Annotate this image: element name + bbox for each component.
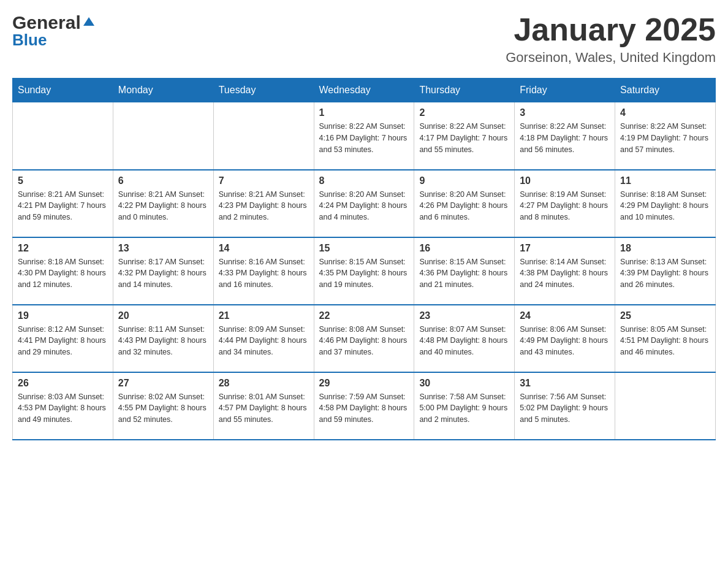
weekday-header-tuesday: Tuesday [213,79,314,102]
day-info: Sunrise: 8:18 AM Sunset: 4:29 PM Dayligh… [620,189,710,223]
calendar-week-row: 12Sunrise: 8:18 AM Sunset: 4:30 PM Dayli… [13,237,716,305]
day-info: Sunrise: 8:22 AM Sunset: 4:19 PM Dayligh… [620,121,710,155]
calendar-cell: 14Sunrise: 8:16 AM Sunset: 4:33 PM Dayli… [213,237,314,305]
weekday-header-sunday: Sunday [13,79,113,102]
month-title: January 2025 [506,12,716,47]
day-number: 15 [319,243,409,254]
weekday-header-row: SundayMondayTuesdayWednesdayThursdayFrid… [13,79,716,102]
day-info: Sunrise: 8:18 AM Sunset: 4:30 PM Dayligh… [18,256,108,291]
calendar-cell: 20Sunrise: 8:11 AM Sunset: 4:43 PM Dayli… [113,305,213,372]
day-number: 11 [620,175,710,186]
day-number: 3 [520,107,610,118]
day-number: 28 [219,378,309,389]
calendar-week-row: 19Sunrise: 8:12 AM Sunset: 4:41 PM Dayli… [13,305,716,372]
calendar-cell [113,102,213,170]
calendar-cell: 10Sunrise: 8:19 AM Sunset: 4:27 PM Dayli… [515,170,615,237]
day-info: Sunrise: 7:58 AM Sunset: 5:00 PM Dayligh… [419,391,509,426]
calendar-cell: 25Sunrise: 8:05 AM Sunset: 4:51 PM Dayli… [615,305,716,372]
calendar-cell: 26Sunrise: 8:03 AM Sunset: 4:53 PM Dayli… [13,372,113,440]
day-number: 19 [18,310,108,321]
calendar-week-row: 1Sunrise: 8:22 AM Sunset: 4:16 PM Daylig… [13,102,716,170]
calendar-cell: 23Sunrise: 8:07 AM Sunset: 4:48 PM Dayli… [414,305,515,372]
calendar-cell: 30Sunrise: 7:58 AM Sunset: 5:00 PM Dayli… [414,372,515,440]
day-info: Sunrise: 8:05 AM Sunset: 4:51 PM Dayligh… [620,324,710,358]
day-info: Sunrise: 8:17 AM Sunset: 4:32 PM Dayligh… [118,256,208,291]
day-info: Sunrise: 8:21 AM Sunset: 4:22 PM Dayligh… [118,189,208,223]
day-info: Sunrise: 8:02 AM Sunset: 4:55 PM Dayligh… [118,391,208,426]
calendar-cell [213,102,314,170]
day-info: Sunrise: 8:06 AM Sunset: 4:49 PM Dayligh… [520,324,610,358]
calendar-cell: 2Sunrise: 8:22 AM Sunset: 4:17 PM Daylig… [414,102,515,170]
calendar-cell: 29Sunrise: 7:59 AM Sunset: 4:58 PM Dayli… [314,372,414,440]
day-info: Sunrise: 8:22 AM Sunset: 4:17 PM Dayligh… [419,121,509,155]
day-info: Sunrise: 8:14 AM Sunset: 4:38 PM Dayligh… [520,256,610,291]
calendar-cell: 11Sunrise: 8:18 AM Sunset: 4:29 PM Dayli… [615,170,716,237]
day-number: 16 [419,243,509,254]
day-number: 23 [419,310,509,321]
day-info: Sunrise: 8:11 AM Sunset: 4:43 PM Dayligh… [118,324,208,358]
calendar-cell: 12Sunrise: 8:18 AM Sunset: 4:30 PM Dayli… [13,237,113,305]
calendar-week-row: 5Sunrise: 8:21 AM Sunset: 4:21 PM Daylig… [13,170,716,237]
day-number: 20 [118,310,208,321]
calendar-cell: 17Sunrise: 8:14 AM Sunset: 4:38 PM Dayli… [515,237,615,305]
calendar-cell: 16Sunrise: 8:15 AM Sunset: 4:36 PM Dayli… [414,237,515,305]
calendar-cell: 18Sunrise: 8:13 AM Sunset: 4:39 PM Dayli… [615,237,716,305]
day-number: 7 [219,175,309,186]
calendar-cell: 4Sunrise: 8:22 AM Sunset: 4:19 PM Daylig… [615,102,716,170]
day-info: Sunrise: 8:07 AM Sunset: 4:48 PM Dayligh… [419,324,509,358]
svg-marker-0 [83,17,94,26]
calendar-body: 1Sunrise: 8:22 AM Sunset: 4:16 PM Daylig… [13,102,716,440]
day-number: 2 [419,107,509,118]
day-info: Sunrise: 7:56 AM Sunset: 5:02 PM Dayligh… [520,391,610,426]
logo-blue-text: Blue [12,31,47,50]
day-number: 13 [118,243,208,254]
day-info: Sunrise: 8:22 AM Sunset: 4:16 PM Dayligh… [319,121,409,155]
calendar-cell: 28Sunrise: 8:01 AM Sunset: 4:57 PM Dayli… [213,372,314,440]
title-section: January 2025 Gorseinon, Wales, United Ki… [506,12,716,66]
day-info: Sunrise: 8:01 AM Sunset: 4:57 PM Dayligh… [219,391,309,426]
calendar-cell: 15Sunrise: 8:15 AM Sunset: 4:35 PM Dayli… [314,237,414,305]
weekday-header-monday: Monday [113,79,213,102]
day-info: Sunrise: 8:03 AM Sunset: 4:53 PM Dayligh… [18,391,108,426]
calendar-cell: 5Sunrise: 8:21 AM Sunset: 4:21 PM Daylig… [13,170,113,237]
day-number: 6 [118,175,208,186]
calendar-cell: 24Sunrise: 8:06 AM Sunset: 4:49 PM Dayli… [515,305,615,372]
day-info: Sunrise: 8:12 AM Sunset: 4:41 PM Dayligh… [18,324,108,358]
day-number: 1 [319,107,409,118]
weekday-header-wednesday: Wednesday [314,79,414,102]
day-number: 31 [520,378,610,389]
day-number: 25 [620,310,710,321]
day-number: 21 [219,310,309,321]
calendar-cell: 13Sunrise: 8:17 AM Sunset: 4:32 PM Dayli… [113,237,213,305]
day-info: Sunrise: 8:20 AM Sunset: 4:24 PM Dayligh… [319,189,409,223]
page-header: General Blue January 2025 Gorseinon, Wal… [12,12,716,66]
day-number: 12 [18,243,108,254]
calendar-week-row: 26Sunrise: 8:03 AM Sunset: 4:53 PM Dayli… [13,372,716,440]
day-number: 27 [118,378,208,389]
weekday-header-friday: Friday [515,79,615,102]
calendar-cell: 6Sunrise: 8:21 AM Sunset: 4:22 PM Daylig… [113,170,213,237]
day-number: 24 [520,310,610,321]
day-info: Sunrise: 8:15 AM Sunset: 4:36 PM Dayligh… [419,256,509,291]
day-info: Sunrise: 8:20 AM Sunset: 4:26 PM Dayligh… [419,189,509,223]
location-subtitle: Gorseinon, Wales, United Kingdom [506,50,716,66]
day-number: 5 [18,175,108,186]
day-info: Sunrise: 8:22 AM Sunset: 4:18 PM Dayligh… [520,121,610,155]
day-number: 26 [18,378,108,389]
day-info: Sunrise: 8:19 AM Sunset: 4:27 PM Dayligh… [520,189,610,223]
day-info: Sunrise: 8:13 AM Sunset: 4:39 PM Dayligh… [620,256,710,291]
logo: General Blue [12,12,96,50]
calendar-cell: 9Sunrise: 8:20 AM Sunset: 4:26 PM Daylig… [414,170,515,237]
logo-general-text: General [12,12,81,33]
day-number: 9 [419,175,509,186]
weekday-header-thursday: Thursday [414,79,515,102]
day-number: 4 [620,107,710,118]
calendar-cell: 27Sunrise: 8:02 AM Sunset: 4:55 PM Dayli… [113,372,213,440]
day-info: Sunrise: 8:15 AM Sunset: 4:35 PM Dayligh… [319,256,409,291]
weekday-header-saturday: Saturday [615,79,716,102]
calendar-cell [615,372,716,440]
logo-triangle-icon [82,15,96,28]
day-number: 22 [319,310,409,321]
day-number: 18 [620,243,710,254]
calendar-cell: 7Sunrise: 8:21 AM Sunset: 4:23 PM Daylig… [213,170,314,237]
